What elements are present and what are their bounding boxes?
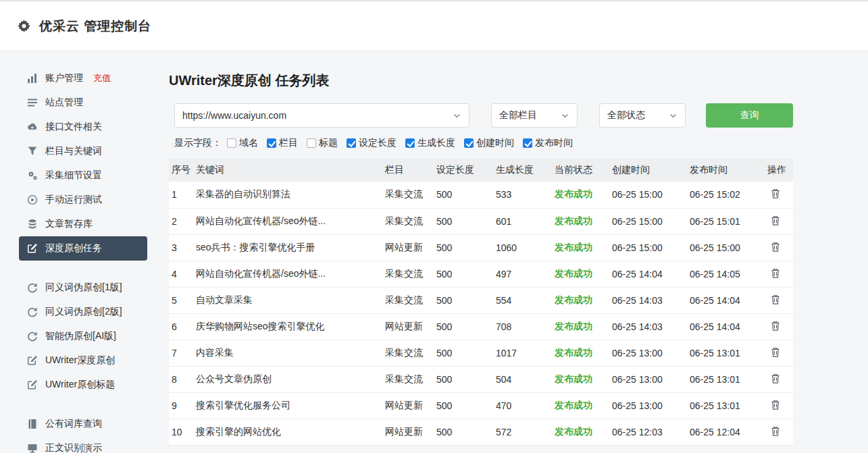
field-checkbox[interactable]: 栏目	[267, 137, 298, 149]
sidebar-item[interactable]: 站点管理	[19, 90, 147, 115]
sidebar-item[interactable]: 采集细节设置	[19, 163, 147, 188]
cell-keyword: 网站自动化宣传机器/seo外链...	[193, 208, 382, 234]
cell-no: 10	[169, 419, 193, 445]
sidebar-item[interactable]: 同义词伪原创[1版]	[19, 275, 147, 300]
sidebar-group: 同义词伪原创[1版]同义词伪原创[2版]智能伪原创[AI版]UWriter深度原…	[0, 275, 169, 397]
sidebar-item[interactable]: 接口文件相关	[19, 115, 147, 139]
cell-column: 采集交流	[382, 366, 434, 392]
sidebar-item[interactable]: 栏目与关键词	[19, 139, 147, 163]
status-select[interactable]: 全部状态	[599, 103, 686, 128]
edit-square-icon	[27, 355, 38, 366]
cell-created: 06-25 13:00	[609, 366, 687, 392]
cell-created: 06-25 15:00	[609, 234, 687, 261]
cell-status: 发布成功	[552, 340, 609, 366]
field-checkbox[interactable]: 标题	[307, 137, 338, 149]
checkbox-icon[interactable]	[307, 138, 316, 148]
cell-no: 7	[169, 340, 193, 366]
field-checkbox[interactable]: 设定长度	[347, 137, 397, 149]
trash-icon[interactable]	[770, 373, 781, 384]
sidebar-item-label: 站点管理	[45, 97, 83, 109]
cell-published: 06-25 14:04	[687, 313, 765, 340]
trash-icon[interactable]	[770, 294, 781, 305]
cell-column: 网站更新	[382, 419, 434, 445]
cell-created: 06-25 15:00	[609, 208, 687, 234]
sidebar-item-label: 采集细节设置	[45, 169, 102, 182]
sidebar-item[interactable]: 智能伪原创[AI版]	[19, 324, 147, 348]
checkbox-icon[interactable]	[267, 138, 276, 148]
query-button[interactable]: 查询	[706, 103, 793, 128]
field-checkbox[interactable]: 发布时间	[523, 137, 573, 149]
site-select-value: https://www.ucaiyun.com	[182, 110, 286, 121]
sidebar-item[interactable]: 账户管理充值	[19, 66, 147, 90]
sidebar-item-label: 智能伪原创[AI版]	[45, 330, 116, 342]
site-select[interactable]: https://www.ucaiyun.com	[174, 103, 469, 128]
trash-icon[interactable]	[770, 320, 781, 331]
sidebar-item-label: 同义词伪原创[2版]	[45, 306, 122, 318]
refresh-icon	[27, 282, 38, 293]
trash-icon[interactable]	[770, 267, 781, 279]
trash-icon[interactable]	[770, 425, 781, 437]
trash-icon[interactable]	[770, 399, 781, 410]
checkbox-icon[interactable]	[405, 138, 415, 148]
column-header: 关键词	[193, 159, 382, 182]
sidebar-item[interactable]: UWriter原创标题	[19, 373, 147, 397]
cell-created: 06-25 13:00	[609, 392, 687, 419]
column-header: 操作	[765, 159, 793, 182]
list-icon	[27, 97, 38, 108]
sidebar: 账户管理充值站点管理接口文件相关栏目与关键词采集细节设置手动运行测试文章暂存库深…	[0, 51, 169, 452]
sidebar-item-label: 同义词伪原创[1版]	[45, 282, 122, 294]
cell-column: 采集交流	[382, 182, 434, 208]
cell-gen-length: 470	[493, 392, 552, 419]
trash-icon[interactable]	[770, 215, 781, 226]
sidebar-item[interactable]: 公有词库查询	[19, 412, 147, 436]
cell-created: 06-25 14:03	[609, 313, 687, 340]
table-row: 6庆华购物网站seo搜索引擎优化网站更新500708发布成功06-25 14:0…	[169, 313, 793, 340]
status-select-value: 全部状态	[607, 109, 645, 122]
cell-set-length: 500	[434, 366, 493, 392]
checkbox-icon[interactable]	[227, 138, 236, 148]
cell-set-length: 500	[434, 208, 493, 234]
cell-actions	[765, 419, 793, 445]
checkbox-icon[interactable]	[523, 138, 532, 148]
recharge-badge[interactable]: 充值	[93, 72, 111, 84]
column-select-value: 全部栏目	[499, 109, 537, 122]
column-select[interactable]: 全部栏目	[491, 103, 578, 128]
checkbox-label: 发布时间	[535, 137, 573, 149]
cell-column: 网站更新	[382, 234, 434, 261]
sidebar-item-label: UWriter原创标题	[45, 379, 115, 391]
trash-icon[interactable]	[770, 346, 781, 358]
field-checkbox[interactable]: 域名	[227, 137, 258, 149]
cell-no: 9	[169, 392, 193, 419]
cell-published: 06-25 13:01	[687, 392, 765, 419]
sidebar-item[interactable]: UWriter深度原创	[19, 348, 147, 373]
sidebar-item[interactable]: 文章暂存库	[19, 212, 147, 236]
table-row: 9搜索引擎优化服务公司网站更新500470发布成功06-25 13:0006-2…	[169, 392, 793, 419]
cell-published: 06-25 12:04	[687, 419, 765, 445]
cell-status: 发布成功	[552, 208, 609, 234]
sidebar-item[interactable]: 同义词伪原创[2版]	[19, 300, 147, 324]
checkbox-icon[interactable]	[347, 138, 356, 148]
cell-column: 采集交流	[382, 208, 434, 234]
sidebar-item[interactable]: 正文识别演示	[19, 436, 147, 453]
cell-column: 采集交流	[382, 340, 434, 366]
chevron-down-icon	[669, 111, 678, 120]
sidebar-item[interactable]: 深度原创任务	[19, 236, 147, 261]
checkbox-icon[interactable]	[464, 138, 474, 148]
display-fields-row: 显示字段： 域名栏目标题设定长度生成长度创建时间发布时间	[174, 137, 868, 149]
cell-gen-length: 554	[493, 287, 552, 313]
cell-status: 发布成功	[552, 392, 609, 419]
task-table: 序号关键词栏目设定长度生成长度当前状态创建时间发布时间操作 1采集器的自动识别算…	[169, 159, 793, 446]
table-row: 1采集器的自动识别算法采集交流500533发布成功06-25 15:0006-2…	[169, 182, 793, 208]
cell-set-length: 500	[434, 182, 493, 208]
cell-published: 06-25 13:01	[687, 366, 765, 392]
trash-icon[interactable]	[770, 241, 781, 252]
app-title: 优采云 管理控制台	[39, 18, 151, 35]
field-checkbox[interactable]: 生成长度	[405, 137, 455, 149]
cell-status: 发布成功	[552, 261, 609, 287]
sidebar-item[interactable]: 手动运行测试	[19, 188, 147, 212]
cell-actions	[765, 182, 793, 208]
trash-icon[interactable]	[770, 188, 781, 199]
field-checkbox[interactable]: 创建时间	[464, 137, 514, 149]
sidebar-group: 公有词库查询正文识别演示	[0, 412, 169, 453]
cell-set-length: 500	[434, 261, 493, 287]
